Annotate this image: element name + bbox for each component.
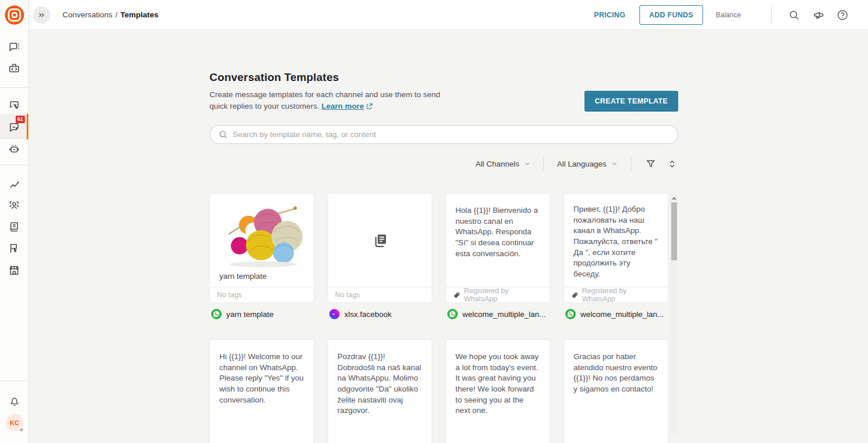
template-tags: Registered by WhatsApp [446, 287, 550, 302]
template-card-yarn[interactable]: yarn template No tags [209, 193, 314, 303]
templates-count-badge: 61 [16, 116, 25, 123]
search-icon [218, 130, 228, 139]
pricing-button[interactable]: PRICING [594, 11, 626, 19]
whats-new-button[interactable] [811, 8, 825, 22]
chats-duplicate-icon [8, 99, 21, 112]
sidebar-item-conversations-menu[interactable] [0, 35, 28, 58]
scrollbar-thumb[interactable] [671, 202, 677, 260]
breadcrumb-current: Templates [120, 10, 159, 19]
chevron-down-icon [611, 160, 618, 167]
help-button[interactable] [836, 8, 849, 22]
status-dot [19, 427, 24, 433]
template-card-document[interactable]: No tags [328, 193, 432, 303]
flag-cursor-icon [8, 242, 21, 255]
sidebar-item-chatbots[interactable] [0, 137, 28, 160]
user-avatar[interactable]: KC [6, 414, 23, 431]
template-label-row: welcome_multiple_lan... [446, 308, 550, 320]
tag-icon [571, 291, 579, 299]
sidebar-item-templates[interactable]: 61 [0, 114, 28, 139]
active-indicator-bar [27, 114, 28, 139]
template-cell: Привет, {{1}}! Добро пожаловать на наш к… [564, 193, 668, 320]
sidebar-item-dev-tools[interactable] [0, 57, 28, 80]
sidebar-item-my-conversations[interactable] [0, 94, 28, 117]
topbar-divider [771, 7, 772, 23]
sidebar: 61 [0, 0, 29, 443]
whatsapp-icon [211, 309, 222, 319]
template-preview [328, 194, 432, 287]
create-template-button[interactable]: CREATE TEMPLATE [584, 91, 678, 112]
sidebar-item-knowledge[interactable] [0, 215, 28, 238]
funnel-icon [645, 158, 656, 169]
global-search-button[interactable] [787, 8, 801, 22]
sort-button[interactable] [665, 157, 678, 170]
sidebar-item-flows[interactable] [0, 237, 28, 260]
topbar: Conversations / Templates PRICING ADD FU… [29, 0, 868, 30]
template-cell: yarn template No tags yarn template [209, 193, 314, 320]
template-cell: We hope you took away a lot from today's… [446, 339, 550, 443]
filters-row: All Channels All Languages [209, 157, 678, 171]
whatsapp-icon [565, 309, 576, 319]
notifications-button[interactable] [0, 390, 28, 413]
filter-button[interactable] [644, 157, 657, 170]
sidebar-item-audience[interactable] [0, 194, 28, 217]
template-cell: Hi {{1}}! Welcome to our channel on What… [209, 339, 314, 443]
sort-arrows-icon [667, 159, 677, 169]
learn-more-link[interactable]: Learn more [322, 102, 374, 110]
scroll-up-arrow-icon[interactable] [672, 197, 676, 200]
template-body-text: Gracias por haber atendido nuestro event… [564, 340, 668, 443]
template-card-text[interactable]: We hope you took away a lot from today's… [446, 339, 550, 443]
template-card-text[interactable]: Hi {{1}}! Welcome to our channel on What… [209, 339, 314, 443]
languages-filter-dropdown[interactable]: All Languages [557, 160, 618, 168]
infobip-logo-icon[interactable] [5, 5, 24, 25]
template-search [209, 125, 678, 144]
grid-scrollbar[interactable] [670, 193, 678, 434]
tag-icon [453, 291, 461, 299]
add-funds-button[interactable]: ADD FUNDS [639, 5, 703, 25]
app-root: 61 [0, 0, 868, 443]
channels-filter-dropdown[interactable]: All Channels [476, 160, 531, 168]
expand-sidebar-button[interactable] [33, 6, 50, 24]
template-card-text[interactable]: Привет, {{1}}! Добро пожаловать на наш к… [564, 193, 668, 303]
template-cell: Hola {{1}}! Bienvenido a nuestro canal e… [446, 193, 550, 320]
messenger-icon [329, 309, 340, 319]
sidebar-divider [0, 87, 28, 88]
template-name: welcome_multiple_lan... [462, 310, 546, 319]
template-body-text: We hope you took away a lot from today's… [446, 340, 550, 443]
megaphone-icon [812, 9, 825, 21]
breadcrumb-section[interactable]: Conversations [62, 10, 112, 19]
template-preview: yarn template [210, 194, 314, 287]
template-search-input[interactable] [233, 130, 670, 139]
template-card-text[interactable]: Gracias por haber atendido nuestro event… [564, 339, 668, 443]
breadcrumb: Conversations / Templates [62, 10, 159, 19]
bell-icon [8, 395, 21, 408]
chevron-down-icon [524, 160, 531, 167]
template-name: welcome_multiple_lan... [580, 310, 664, 319]
sidebar-item-marketplace[interactable] [0, 259, 28, 282]
template-body-text: Привет, {{1}}! Добро пожаловать на наш к… [564, 194, 668, 287]
chat-kebab-icon [8, 40, 21, 53]
line-chart-icon [8, 178, 21, 191]
breadcrumb-separator: / [115, 10, 117, 19]
template-tags: No tags [328, 287, 432, 302]
template-tags: Registered by WhatsApp [564, 287, 668, 302]
template-name: yarn template [226, 310, 274, 319]
template-card-text[interactable]: Pozdrav {{1}}! Dobrodošli na naš kanal n… [328, 339, 432, 443]
avatar-initials: KC [10, 419, 19, 426]
template-label-row: xlsx.facebook [328, 308, 432, 320]
template-card-text[interactable]: Hola {{1}}! Bienvenido a nuestro canal e… [446, 193, 550, 303]
people-icon [8, 199, 21, 212]
template-body-text: Pozdrav {{1}}! Dobrodošli na naš kanal n… [328, 340, 432, 443]
template-cell: Pozdrav {{1}}! Dobrodošli na naš kanal n… [328, 339, 432, 443]
templates-grid: yarn template No tags yarn template [209, 193, 678, 443]
sidebar-divider [0, 165, 28, 165]
search-icon [788, 9, 800, 21]
template-image-caption: yarn template [219, 271, 267, 282]
storefront-icon [8, 264, 21, 277]
whatsapp-icon [447, 309, 458, 319]
main-area: Conversation Templates Create message te… [29, 30, 868, 443]
robot-icon [8, 142, 21, 156]
document-copy-icon [372, 232, 389, 249]
sidebar-bottom-divider [0, 381, 28, 381]
sidebar-item-analytics[interactable] [0, 172, 28, 195]
content-column: Conversation Templates Create message te… [209, 30, 678, 443]
